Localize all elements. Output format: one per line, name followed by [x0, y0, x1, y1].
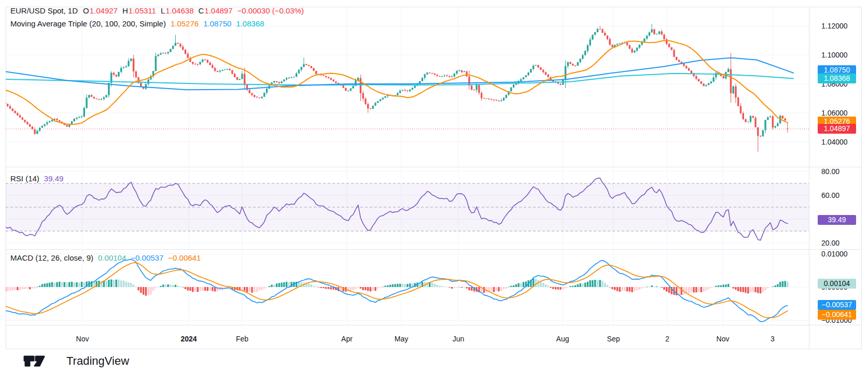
legend-segment: EUR/USD Spot, 1D	[10, 6, 78, 15]
legend-segment: −0.00537	[131, 253, 163, 262]
legend-segment: −0.00641	[168, 253, 201, 262]
legend-segment: RSI (14)	[10, 174, 39, 183]
symbol-legend[interactable]: EUR/USD Spot, 1DO1.04927H1.05311L1.04638…	[10, 6, 304, 15]
tradingview-chart: EUR/USD Spot, 1DO1.04927H1.05311L1.04638…	[0, 0, 868, 372]
legend-segment: −0.00030 (−0.03%)	[237, 6, 304, 15]
ma-triple-legend[interactable]: Moving Average Triple (20, 100, 200, Sim…	[10, 19, 264, 28]
legend-segment: H	[122, 6, 128, 15]
legend-segment: 1.05311	[129, 6, 156, 15]
legend-segment: 1.05276	[171, 19, 199, 28]
brand-logo[interactable]: TradingView	[23, 354, 129, 368]
macd-legend[interactable]: MACD (12, 26, close, 9)0.00104−0.00537−0…	[10, 253, 201, 262]
rsi-legend[interactable]: RSI (14)39.49	[10, 174, 63, 183]
legend-segment: 0.00104	[98, 253, 126, 262]
legend-segment: L	[161, 6, 165, 15]
legend-segment: MACD (12, 26, close, 9)	[10, 253, 93, 262]
tradingview-icon	[23, 354, 53, 368]
legend-segment: 1.04897	[204, 6, 232, 15]
legend-segment: 1.04638	[165, 6, 193, 15]
legend-segment: C	[198, 6, 204, 15]
legend-segment: 1.08368	[236, 19, 264, 28]
legend-segment: Moving Average Triple (20, 100, 200, Sim…	[10, 19, 166, 28]
legend-segment: 39.49	[44, 174, 64, 183]
legend-segment: O	[83, 6, 89, 15]
legend-segment: 1.04927	[90, 6, 118, 15]
legend-segment: 1.08750	[203, 19, 231, 28]
chart-canvas[interactable]	[0, 0, 868, 372]
tradingview-wordmark: TradingView	[66, 354, 129, 368]
